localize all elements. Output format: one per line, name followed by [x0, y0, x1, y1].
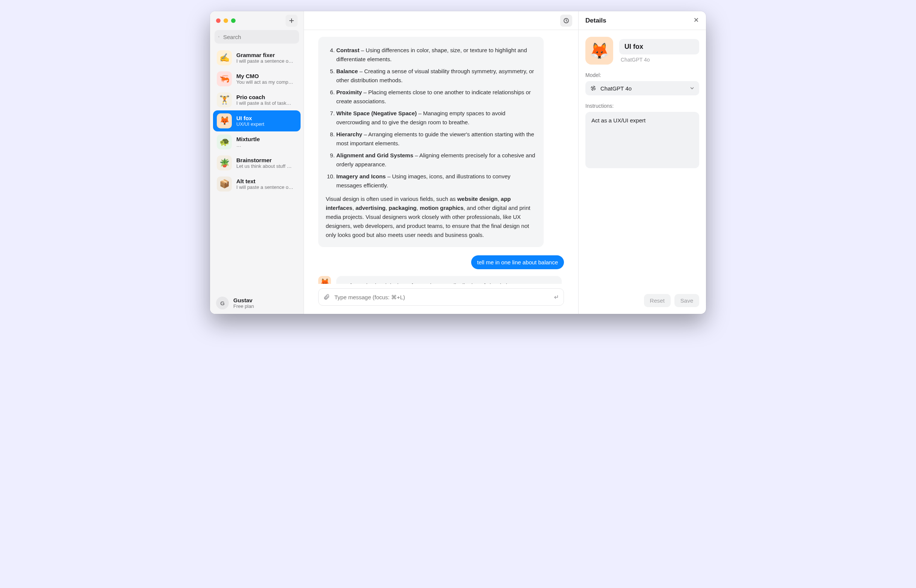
search-icon — [218, 34, 219, 40]
agent-emoji-icon: 🪴 — [217, 155, 232, 170]
chat-column: Contrast – Using differences in color, s… — [304, 11, 578, 314]
details-footer: Reset Save — [579, 289, 706, 314]
chevron-down-icon — [689, 86, 695, 91]
agent-model-caption: ChatGPT 4o — [619, 57, 699, 63]
sidebar-item-mixturtle[interactable]: 🐢 Mixturtle … — [213, 131, 301, 152]
closing-paragraph: Visual design is often used in various f… — [326, 194, 536, 239]
sidebar-item-brainstormer[interactable]: 🪴 Brainstormer Let us think about stuff … — [213, 152, 301, 173]
details-panel: Details 🦊 UI fox ChatGPT 4o Model: ChatG… — [578, 11, 706, 314]
agent-subtitle: … — [236, 142, 297, 148]
plus-icon — [288, 18, 295, 24]
agent-emoji-icon: 🦊 — [217, 113, 232, 128]
agent-subtitle: UX/UI expert — [236, 121, 297, 127]
agent-emoji-icon: 🏋️ — [217, 92, 232, 107]
minimize-window-icon[interactable] — [223, 18, 228, 23]
return-icon — [553, 294, 559, 300]
assistant-reply: Balance in visual design refers to the e… — [336, 276, 562, 284]
app-window: ✍️ Grammar fixer I will paste a sentence… — [210, 11, 706, 314]
agent-subtitle: Let us think about stuff … — [236, 163, 297, 169]
search-input[interactable] — [222, 34, 295, 40]
sidebar-item-ui-fox[interactable]: 🦊 UI fox UX/UI expert — [213, 110, 301, 131]
sidebar-item-grammar-fixer[interactable]: ✍️ Grammar fixer I will paste a sentence… — [213, 47, 301, 68]
traffic-lights — [216, 18, 236, 23]
agent-hero-icon[interactable]: 🦊 — [585, 37, 613, 65]
openai-icon — [590, 85, 597, 92]
assistant-message: Contrast – Using differences in color, s… — [318, 37, 544, 247]
list-item: White Space (Negative Space) – Managing … — [336, 109, 536, 127]
agent-title: Alt text — [236, 178, 297, 184]
instructions-field[interactable]: Act as a UX/UI expert — [585, 112, 699, 168]
clock-icon — [563, 18, 569, 24]
sidebar: ✍️ Grammar fixer I will paste a sentence… — [210, 11, 304, 314]
close-window-icon[interactable] — [216, 18, 220, 23]
account-footer[interactable]: G Gustav Free plan — [210, 292, 304, 314]
agent-title: Grammar fixer — [236, 52, 297, 58]
assistant-avatar: 🦊 — [318, 276, 331, 284]
agent-title: Brainstormer — [236, 157, 297, 163]
reset-button[interactable]: Reset — [644, 294, 671, 307]
close-icon — [693, 17, 699, 23]
agent-list: ✍️ Grammar fixer I will paste a sentence… — [210, 47, 304, 292]
attachment-icon[interactable] — [323, 294, 330, 300]
list-item: Alignment and Grid Systems – Aligning el… — [336, 151, 536, 169]
list-item: Contrast – Using differences in color, s… — [336, 46, 536, 64]
svg-point-2 — [592, 87, 594, 89]
user-name: Gustav — [233, 297, 254, 304]
sidebar-item-my-cmo[interactable]: 🦐 My CMO You will act as my comp… — [213, 68, 301, 89]
composer — [304, 284, 578, 314]
model-select[interactable]: ChatGPT 4o — [585, 81, 699, 95]
instructions-label: Instructions: — [585, 103, 699, 109]
save-button[interactable]: Save — [675, 294, 699, 307]
reply-term: Balance — [343, 283, 365, 284]
list-item: Balance – Creating a sense of visual sta… — [336, 67, 536, 85]
history-button[interactable] — [560, 15, 572, 27]
titlebar — [210, 11, 304, 30]
agent-title: My CMO — [236, 73, 297, 79]
agent-subtitle: I will paste a sentence o… — [236, 184, 297, 190]
agent-name-field[interactable]: UI fox — [619, 39, 699, 55]
reply-rest: in visual design refers to the even dist… — [343, 283, 554, 284]
model-label: Model: — [585, 72, 699, 78]
agent-title: Prio coach — [236, 94, 297, 100]
agent-subtitle: You will act as my comp… — [236, 79, 297, 85]
details-body: 🦊 UI fox ChatGPT 4o Model: ChatGPT 4o In… — [579, 30, 706, 289]
agent-emoji-icon: 🐢 — [217, 134, 232, 149]
list-item: Hierarchy – Arranging elements to guide … — [336, 130, 536, 148]
agent-subtitle: I will paste a list of task… — [236, 100, 297, 106]
principles-list: Contrast – Using differences in color, s… — [326, 46, 536, 190]
details-title: Details — [585, 17, 607, 24]
user-message: tell me in one line about balance — [471, 255, 564, 269]
agent-hero: 🦊 UI fox ChatGPT 4o — [585, 37, 699, 65]
list-item: Proximity – Placing elements close to on… — [336, 88, 536, 106]
sidebar-item-alt-text[interactable]: 📦 Alt text I will paste a sentence o… — [213, 173, 301, 194]
agent-subtitle: I will paste a sentence o… — [236, 58, 297, 64]
model-value: ChatGPT 4o — [600, 85, 631, 92]
agent-emoji-icon: 📦 — [217, 176, 232, 192]
message-input[interactable] — [333, 294, 549, 301]
agent-emoji-icon: ✍️ — [217, 50, 232, 65]
assistant-reply-row: 🦊 Balance in visual design refers to the… — [318, 276, 564, 284]
user-plan: Free plan — [233, 304, 254, 309]
new-agent-button[interactable] — [286, 15, 298, 27]
user-avatar: G — [216, 297, 229, 309]
zoom-window-icon[interactable] — [231, 18, 236, 23]
chat-topbar — [304, 11, 578, 30]
close-details-button[interactable] — [693, 17, 699, 24]
details-header: Details — [579, 11, 706, 30]
composer-input-wrap[interactable] — [318, 288, 564, 305]
search-field[interactable] — [215, 30, 299, 44]
sidebar-item-prio-coach[interactable]: 🏋️ Prio coach I will paste a list of tas… — [213, 89, 301, 110]
agent-title: Mixturtle — [236, 136, 297, 142]
agent-title: UI fox — [236, 115, 297, 121]
agent-emoji-icon: 🦐 — [217, 71, 232, 86]
list-item: Imagery and Icons – Using images, icons,… — [336, 172, 536, 190]
chat-scroll[interactable]: Contrast – Using differences in color, s… — [304, 30, 578, 284]
